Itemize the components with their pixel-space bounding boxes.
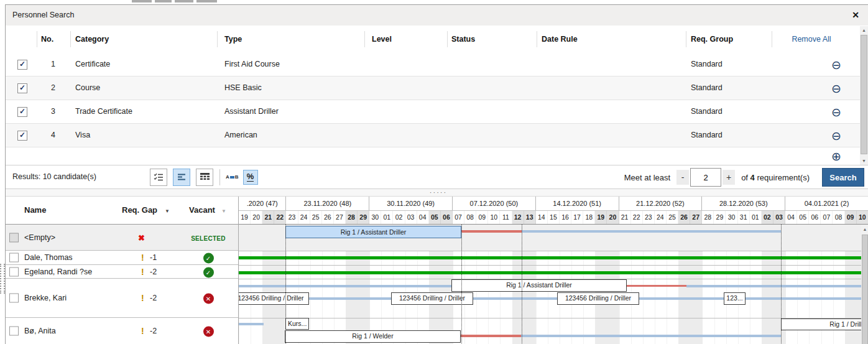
results-count-label: Results: 10 candidate(s) <box>12 165 96 188</box>
candidate-name: Egeland, Randi ?se <box>24 267 92 276</box>
vacant-status: SELECTED <box>191 232 226 243</box>
day-header-cell: 19 <box>239 211 251 224</box>
gantt-assignment-box[interactable]: Rig 1 / Assistant Driller <box>451 279 627 292</box>
requirement-category: Visa <box>75 124 90 147</box>
remove-requirement-icon[interactable]: ⊖ <box>831 82 841 94</box>
gantt-assignment-box[interactable]: 123456 Drilling / Driller <box>557 292 639 305</box>
sort-desc-icon[interactable]: ▼ <box>165 208 170 214</box>
decrement-button[interactable]: - <box>676 170 689 185</box>
gantt-assignment-box[interactable]: Rig 1 / Driller <box>781 318 868 330</box>
panel-drag-handle[interactable] <box>0 264 5 294</box>
candidate-row[interactable]: <Empty>✖SELECTED <box>6 225 238 251</box>
splitter-handle-icon[interactable]: ····· <box>426 190 451 195</box>
background-tab-stub <box>132 0 152 2</box>
requirement-count-input[interactable] <box>690 168 721 187</box>
requirements-scrollbar[interactable]: ▲ ▼ <box>860 26 868 165</box>
candidate-checkbox[interactable] <box>9 253 19 263</box>
requirement-no: 1 <box>38 53 55 76</box>
gantt-assignment-box[interactable]: 123456 Drilling / Driller <box>239 292 309 305</box>
req-gap-value: -2 <box>150 267 157 276</box>
req-gap-column-header[interactable]: Req. Gap <box>122 197 157 224</box>
day-header-cell: 10 <box>857 211 868 224</box>
candidate-checkbox[interactable] <box>9 267 19 276</box>
requirement-no: 3 <box>38 100 55 123</box>
gantt-row-separator <box>239 318 868 318</box>
day-header-cell: 15 <box>548 211 560 224</box>
horizontal-splitter[interactable]: ····· <box>6 189 868 197</box>
day-header-cell: 16 <box>560 211 571 224</box>
close-icon[interactable]: ✕ <box>852 10 859 20</box>
name-column-header[interactable]: Name <box>24 197 46 224</box>
page-title: Personnel Search <box>12 5 74 26</box>
remove-requirement-icon[interactable]: ⊖ <box>831 106 841 118</box>
requirement-checkbox[interactable]: ✓ <box>17 131 27 141</box>
background-tab-stub <box>175 0 193 2</box>
list-view-button[interactable] <box>173 169 190 186</box>
gantt-scrollbar[interactable]: ▲ <box>861 225 868 344</box>
candidate-name: Dale, Thomas <box>24 253 73 262</box>
add-requirement-row: ⊕ <box>6 147 860 165</box>
requirement-type: HSE Basic <box>224 77 262 100</box>
grid-view-icon <box>200 173 210 181</box>
week-header-cell: 07.12.2020 (50) <box>453 197 536 210</box>
increment-button[interactable]: + <box>723 170 735 185</box>
day-header-cell: 17 <box>571 211 583 224</box>
day-header-cell: 04 <box>417 211 429 224</box>
candidate-name: Bø, Anita <box>24 327 56 335</box>
day-header-cell: 18 <box>583 211 595 224</box>
gantt-assignment-box[interactable]: Rig 1 / Welder <box>285 330 461 343</box>
scroll-up-icon[interactable]: ▲ <box>861 225 868 233</box>
candidate-name: <Empty> <box>24 233 55 242</box>
candidates-panel: Name Req. Gap ▼ Vacant ▼ <Empty>✖SELECTE… <box>6 197 239 344</box>
requirement-row[interactable]: ✓3Trade CertificateAssistant DrillerStan… <box>6 100 860 124</box>
day-header-cell: 08 <box>833 211 844 224</box>
candidate-row[interactable]: Brekke, Kari!-2✕ <box>6 279 238 318</box>
schedule-gantt-panel: .2020 (47)23.11.2020 (48)30.11.2020 (49)… <box>239 197 868 344</box>
percent-view-button[interactable]: % <box>243 170 258 185</box>
requirements-table-header: No. Category Type Level Status Date Rule… <box>6 26 868 53</box>
remove-all-link[interactable]: Remove All <box>777 26 846 53</box>
requirement-checkbox[interactable]: ✓ <box>17 83 27 93</box>
grid-view-button[interactable] <box>196 169 213 186</box>
gap-compare-toggle[interactable]: AB <box>226 174 239 180</box>
requirements-rows: ✓1CertificateFirst Aid CourseStandard⊖✓2… <box>6 53 860 147</box>
search-button[interactable]: Search <box>822 168 864 187</box>
requirement-checkbox[interactable]: ✓ <box>17 107 27 117</box>
candidate-row[interactable]: Bø, Anita!-2✕ <box>6 318 238 344</box>
gantt-assignment-box[interactable]: 123... <box>724 292 746 305</box>
gantt-assignment-box[interactable]: Kurs... <box>285 318 309 330</box>
requirement-row[interactable]: ✓1CertificateFirst Aid CourseStandard⊖ <box>6 53 860 77</box>
gantt-availability-line <box>746 297 868 300</box>
candidate-row[interactable]: Egeland, Randi ?se!-2✓ <box>6 265 238 279</box>
candidate-checkbox[interactable] <box>9 294 19 303</box>
candidate-checkbox[interactable] <box>9 327 19 336</box>
scrollbar-thumb[interactable] <box>861 35 867 154</box>
requirement-category: Course <box>75 77 100 100</box>
candidate-row[interactable]: Dale, Thomas!-1✓ <box>6 251 238 265</box>
remove-requirement-icon[interactable]: ⊖ <box>831 129 841 141</box>
day-header-cell: 23 <box>286 211 298 224</box>
remove-requirement-icon[interactable]: ⊖ <box>831 58 841 70</box>
gantt-body: Rig 1 / Assistant DrillerRig 1 / Assista… <box>239 225 868 344</box>
checklist-view-button[interactable] <box>150 169 167 186</box>
requirement-row[interactable]: ✓4VisaAmericanStandard⊖ <box>6 124 860 147</box>
ab-bar-icon <box>230 176 234 179</box>
scrollbar-thumb[interactable] <box>862 235 868 344</box>
column-separator <box>447 31 448 47</box>
candidate-checkbox[interactable] <box>9 233 19 242</box>
gantt-selected-assignment-bar[interactable]: Rig 1 / Assistant Driller <box>285 226 461 238</box>
gantt-availability-line <box>521 335 781 337</box>
gantt-availability-line <box>639 297 724 300</box>
add-requirement-icon[interactable]: ⊕ <box>831 149 841 163</box>
vacant-column-header[interactable]: Vacant <box>189 197 215 224</box>
gantt-availability-line <box>239 285 451 287</box>
requirement-checkbox[interactable]: ✓ <box>17 60 27 70</box>
column-header-level: Level <box>372 26 392 53</box>
dropdown-icon[interactable]: ▼ <box>221 208 226 214</box>
scroll-up-icon[interactable]: ▲ <box>860 26 868 34</box>
requirement-row[interactable]: ✓2CourseHSE BasicStandard⊖ <box>6 77 860 100</box>
scroll-down-icon[interactable]: ▼ <box>860 157 868 165</box>
vacant-no-icon: ✕ <box>203 294 214 304</box>
vacant-status: ✓ <box>191 252 226 264</box>
day-header-cell: 21 <box>262 211 274 224</box>
